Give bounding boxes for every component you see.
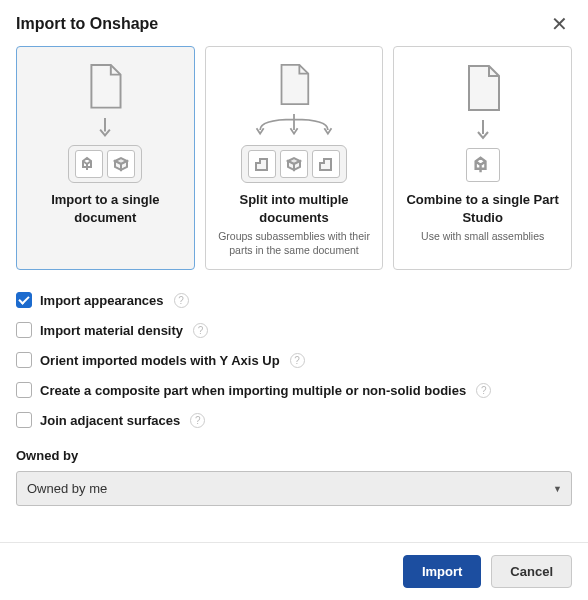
mode-subtitle: Groups subassemblies with their parts in…	[214, 230, 375, 257]
mode-title: Combine to a single Part Studio	[402, 191, 563, 226]
mode-split-documents[interactable]: Split into multiple documents Groups sub…	[205, 46, 384, 270]
checkbox-join[interactable]	[16, 412, 32, 428]
mode-title: Split into multiple documents	[214, 191, 375, 226]
checkbox-composite[interactable]	[16, 382, 32, 398]
dialog-header: Import to Onshape ✕	[0, 0, 588, 46]
owned-by-section: Owned by Owned by me	[16, 448, 572, 506]
check-label: Orient imported models with Y Axis Up	[40, 353, 280, 368]
checkbox-appearances[interactable]	[16, 292, 32, 308]
mode-title: Import to a single document	[25, 191, 186, 226]
mode-combine-part-studio-icon	[463, 63, 503, 183]
help-icon[interactable]: ?	[290, 353, 305, 368]
check-composite-part[interactable]: Create a composite part when importing m…	[16, 382, 572, 398]
check-join-surfaces[interactable]: Join adjacent surfaces ?	[16, 412, 572, 428]
close-icon: ✕	[551, 13, 568, 35]
close-button[interactable]: ✕	[547, 14, 572, 34]
import-mode-group: Import to a single document	[16, 46, 572, 270]
check-y-axis-up[interactable]: Orient imported models with Y Axis Up ?	[16, 352, 572, 368]
help-icon[interactable]: ?	[476, 383, 491, 398]
dialog-title: Import to Onshape	[16, 15, 158, 33]
check-label: Join adjacent surfaces	[40, 413, 180, 428]
owned-by-select-wrap: Owned by me	[16, 471, 572, 506]
owned-by-label: Owned by	[16, 448, 572, 463]
mode-combine-part-studio[interactable]: Combine to a single Part Studio Use with…	[393, 46, 572, 270]
import-options: Import appearances ? Import material den…	[16, 292, 572, 428]
mode-split-documents-icon	[239, 63, 349, 183]
import-dialog: Import to Onshape ✕	[0, 0, 588, 600]
check-label: Import appearances	[40, 293, 164, 308]
dialog-body: Import to a single document	[0, 46, 588, 542]
check-import-density[interactable]: Import material density ?	[16, 322, 572, 338]
help-icon[interactable]: ?	[190, 413, 205, 428]
owned-by-select[interactable]: Owned by me	[16, 471, 572, 506]
check-label: Import material density	[40, 323, 183, 338]
dialog-footer: Import Cancel	[0, 542, 588, 600]
check-label: Create a composite part when importing m…	[40, 383, 466, 398]
cancel-button[interactable]: Cancel	[491, 555, 572, 588]
mode-single-document-icon	[68, 63, 142, 183]
checkbox-density[interactable]	[16, 322, 32, 338]
mode-single-document[interactable]: Import to a single document	[16, 46, 195, 270]
help-icon[interactable]: ?	[193, 323, 208, 338]
checkbox-yaxis[interactable]	[16, 352, 32, 368]
help-icon[interactable]: ?	[174, 293, 189, 308]
import-button[interactable]: Import	[403, 555, 481, 588]
check-import-appearances[interactable]: Import appearances ?	[16, 292, 572, 308]
mode-subtitle: Use with small assemblies	[421, 230, 544, 244]
